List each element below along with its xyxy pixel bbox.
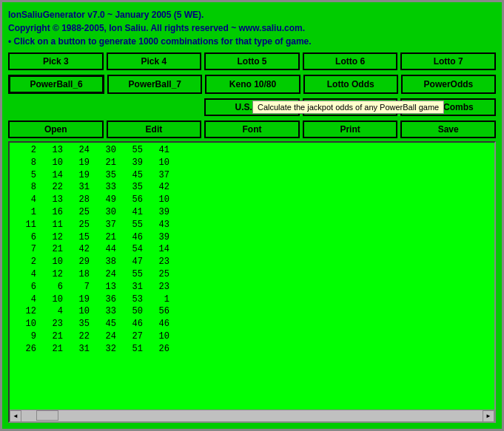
header-line3: • Click on a button to generate 1000 com… [8, 35, 496, 48]
tooltip: Calculate the jackpot odds of any PowerB… [252, 101, 444, 114]
table-row: 61215214639 [13, 231, 491, 244]
scroll-right-btn[interactable]: ▶ [483, 410, 494, 422]
table-row: 51419354537 [13, 169, 491, 182]
btn-lotto6[interactable]: Lotto 6 [303, 52, 398, 70]
data-area-wrapper: 2132430554181019213910514193545378223133… [8, 141, 496, 423]
btn-pick3[interactable]: Pick 3 [8, 52, 104, 70]
button-row-2: PowerBall_6PowerBall_7Keno 10/80Lotto Od… [8, 75, 496, 94]
table-row: 11625304139 [13, 206, 491, 219]
btn-powerball6[interactable]: PowerBall_6 [8, 75, 104, 94]
action-btn-open[interactable]: Open [8, 121, 104, 138]
btn-lottoodds[interactable]: Lotto Odds [303, 75, 398, 94]
btn-lotto7[interactable]: Lotto 7 [400, 52, 496, 70]
table-row: 111125375543 [13, 219, 491, 231]
table-row: 92122242710 [13, 330, 491, 343]
btn-keno[interactable]: Keno 10/80 [205, 75, 300, 94]
table-row: 81019213910 [13, 157, 491, 169]
main-window: IonSaliuGenerator v7.0 ~ January 2005 (5… [0, 0, 504, 431]
data-area[interactable]: 2132430554181019213910514193545378223133… [10, 143, 494, 410]
btn-powerodds[interactable]: PowerOdds [401, 75, 496, 94]
table-row: 82231333542 [13, 181, 491, 194]
table-row: 21324305541 [13, 144, 491, 157]
scroll-thumb[interactable] [36, 410, 58, 421]
header: IonSaliuGenerator v7.0 ~ January 2005 (5… [8, 8, 496, 48]
scroll-track[interactable] [21, 410, 483, 421]
btn-powerball7[interactable]: PowerBall_7 [107, 75, 202, 94]
table-row: 262131325126 [13, 343, 491, 356]
header-line1: IonSaliuGenerator v7.0 ~ January 2005 (5… [8, 8, 496, 21]
button-row-1: Pick 3Pick 4Lotto 5Lotto 6Lotto 7 [8, 52, 496, 70]
btn-pick4[interactable]: Pick 4 [107, 52, 202, 70]
horizontal-scrollbar[interactable]: ◀ ▶ [10, 410, 494, 421]
table-row: 12410335056 [13, 305, 491, 318]
action-btn-font[interactable]: Font [204, 121, 300, 138]
action-btn-save[interactable]: Save [400, 121, 496, 138]
scroll-left-btn[interactable]: ◀ [10, 410, 21, 422]
action-row: OpenEditFontPrintSave [8, 121, 496, 138]
table-row: 102335454646 [13, 318, 491, 330]
table-row: 667133123 [13, 281, 491, 293]
tooltip-row: RouletteHorsesU.S. BetEuroOddsEuroCombs … [8, 97, 496, 118]
table-row: 41328495610 [13, 194, 491, 206]
table-row: 4101936531 [13, 293, 491, 306]
table-row: 41218245525 [13, 268, 491, 281]
btn-lotto5[interactable]: Lotto 5 [204, 52, 300, 70]
table-row: 72142445414 [13, 243, 491, 256]
header-line2: Copyright © 1988-2005, Ion Saliu. All ri… [8, 21, 496, 35]
table-row: 21029384723 [13, 256, 491, 268]
action-btn-print[interactable]: Print [303, 121, 398, 138]
action-btn-edit[interactable]: Edit [107, 121, 202, 138]
